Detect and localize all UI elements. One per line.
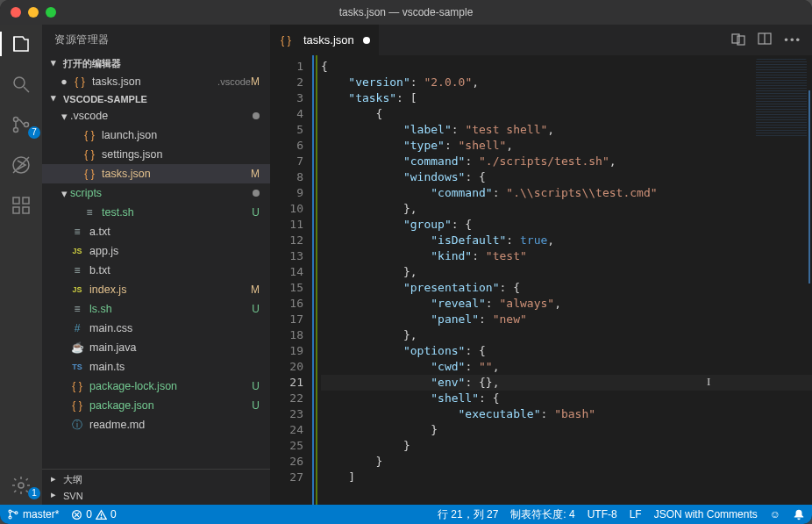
svn-header[interactable]: ▸ SVN (42, 488, 270, 503)
json-file-icon: { } (73, 75, 87, 88)
tab-tasks-json[interactable]: { } tasks.json (270, 25, 380, 55)
git-status: M (251, 75, 260, 88)
code-line[interactable]: "version": "2.0.0", (321, 75, 812, 90)
indentation-status[interactable]: 制表符长度: 4 (510, 507, 574, 522)
file-row[interactable]: { }tasks.jsonM (42, 164, 270, 183)
line-number: 10 (270, 201, 303, 217)
code-line[interactable]: }, (321, 264, 812, 280)
code-line[interactable]: "type": "shell", (321, 138, 812, 154)
line-number: 26 (270, 454, 303, 470)
file-row[interactable]: ≡test.shU (42, 203, 270, 222)
code-line[interactable]: "shell": { (321, 391, 812, 406)
code-line[interactable]: "command": ".\\scripts\\test.cmd" (321, 185, 812, 201)
open-editors-header[interactable]: ▾ 打开的编辑器 (42, 55, 270, 72)
dirty-indicator-icon (363, 37, 370, 44)
source-control-icon[interactable]: 7 (9, 112, 33, 137)
txt-file-icon: ≡ (70, 226, 84, 238)
app-window: tasks.json — vscode-sample 7 1 (0, 0, 812, 524)
code-editor[interactable]: 1234567891011121314151617181920212223242… (270, 55, 812, 505)
code-content[interactable]: { "version": "2.0.0", "tasks": [ { "labe… (312, 55, 812, 505)
svg-point-17 (15, 512, 18, 514)
settings-gear-icon[interactable]: 1 (9, 473, 33, 498)
code-line[interactable]: ] (321, 470, 812, 485)
more-actions-icon[interactable]: ••• (784, 33, 801, 47)
file-row[interactable]: #main.css (42, 319, 270, 338)
code-line[interactable]: "executable": "bash" (321, 406, 812, 422)
code-line[interactable]: } (321, 438, 812, 454)
file-row[interactable]: { }package-lock.jsonU (42, 377, 270, 396)
file-name: tasks.json (102, 168, 251, 180)
code-line[interactable]: { (321, 59, 812, 75)
code-line[interactable]: "label": "test shell", (321, 122, 812, 138)
code-line[interactable]: }, (321, 201, 812, 217)
svg-point-1 (14, 118, 18, 122)
line-number: 21 (270, 375, 303, 391)
file-row[interactable]: ⓘreadme.md (42, 415, 270, 434)
git-branch-status[interactable]: master* (7, 508, 59, 520)
svg-point-20 (101, 517, 102, 518)
folder-name: VSCODE-SAMPLE (63, 94, 147, 104)
code-line[interactable]: "panel": "new" (321, 312, 812, 327)
svg-point-16 (9, 516, 11, 519)
compare-icon[interactable] (731, 32, 745, 48)
cursor-position-status[interactable]: 行 21，列 27 (438, 507, 498, 522)
file-row[interactable]: { }launch.json (42, 126, 270, 145)
svg-rect-8 (23, 207, 29, 213)
file-name: a.txt (89, 226, 260, 238)
code-line[interactable]: "presentation": { (321, 280, 812, 296)
code-line[interactable]: } (321, 422, 812, 438)
svg-point-15 (9, 510, 11, 513)
svg-point-3 (25, 123, 29, 127)
file-row[interactable]: TSmain.ts (42, 357, 270, 377)
code-line[interactable]: { (321, 106, 812, 122)
json-file-icon: { } (82, 129, 96, 141)
svg-point-10 (18, 483, 24, 488)
code-line[interactable]: "reveal": "always", (321, 296, 812, 312)
code-line[interactable]: "windows": { (321, 169, 812, 185)
file-row[interactable]: { }package.jsonU (42, 396, 270, 415)
language-mode-status[interactable]: JSON with Comments (654, 508, 758, 520)
close-icon[interactable]: ● (58, 75, 70, 88)
explorer-icon[interactable] (9, 32, 33, 56)
debug-icon[interactable] (9, 153, 33, 177)
text-cursor-icon: I (707, 374, 710, 390)
code-line[interactable]: }, (321, 327, 812, 343)
code-line[interactable]: "options": { (321, 343, 812, 359)
notifications-bell-icon[interactable] (793, 508, 805, 520)
file-row[interactable]: ≡a.txt (42, 222, 270, 241)
line-number: 19 (270, 343, 303, 359)
outline-header[interactable]: ▸ 大纲 (42, 471, 270, 488)
code-line[interactable]: "group": { (321, 217, 812, 233)
feedback-smiley-icon[interactable]: ☺ (770, 508, 780, 520)
eol-status[interactable]: LF (630, 508, 642, 520)
file-row[interactable]: ≡ls.shU (42, 299, 270, 319)
code-line[interactable]: "isDefault": true, (321, 233, 812, 248)
search-icon[interactable] (9, 72, 33, 97)
code-line[interactable]: "kind": "test" (321, 248, 812, 264)
file-name: settings.json (102, 148, 260, 161)
folder-row[interactable]: ▾scripts (42, 183, 270, 203)
file-name: readme.md (89, 419, 260, 431)
txt-file-icon: ≡ (70, 264, 84, 276)
code-line[interactable]: "command": "./scripts/test.sh", (321, 154, 812, 169)
file-row[interactable]: ☕main.java (42, 338, 270, 357)
folder-header[interactable]: ▾ VSCODE-SAMPLE (42, 91, 270, 106)
line-number-gutter: 1234567891011121314151617181920212223242… (270, 55, 312, 505)
code-line[interactable]: "env": {}, (321, 375, 812, 391)
file-row[interactable]: ≡b.txt (42, 261, 270, 280)
open-editor-item[interactable]: ●{ }tasks.json.vscodeM (42, 72, 270, 91)
code-line[interactable]: "cwd": "", (321, 359, 812, 375)
folder-row[interactable]: ▾.vscode (42, 106, 270, 126)
file-row[interactable]: JSapp.js (42, 241, 270, 261)
line-number: 4 (270, 106, 303, 122)
file-name: ls.sh (89, 303, 252, 315)
code-line[interactable]: } (321, 454, 812, 470)
file-row[interactable]: JSindex.jsM (42, 280, 270, 299)
code-line[interactable]: "tasks": [ (321, 90, 812, 106)
problems-status[interactable]: 0 0 (71, 508, 116, 520)
split-editor-icon[interactable] (758, 32, 772, 48)
encoding-status[interactable]: UTF-8 (588, 508, 617, 520)
git-status: M (251, 168, 260, 180)
file-row[interactable]: { }settings.json (42, 145, 270, 164)
extensions-icon[interactable] (9, 193, 33, 218)
